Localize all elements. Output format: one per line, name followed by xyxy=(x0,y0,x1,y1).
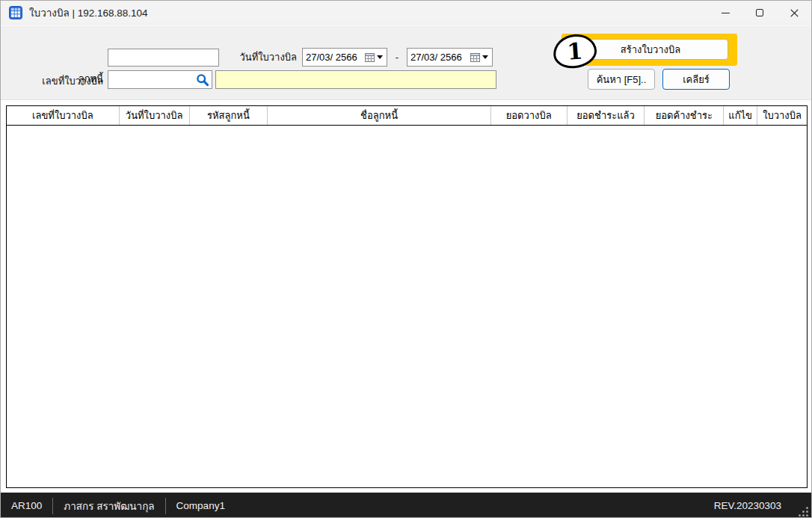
search-button[interactable]: ค้นหา [F5].. xyxy=(588,69,655,90)
table-header-row: เลขที่ใบวางบิลวันที่ใบวางบิลรหัสลูกหนี้ช… xyxy=(7,106,807,126)
app-grid-icon xyxy=(9,6,22,19)
statusbar-module: AR100 xyxy=(1,500,52,511)
column-header-9[interactable]: ใบวางบิล xyxy=(757,106,807,125)
statusbar: AR100 ภาสกร สราพัฒนากุล Company1 REV.202… xyxy=(1,493,811,518)
minimize-button[interactable] xyxy=(708,1,742,25)
maximize-icon xyxy=(756,9,763,16)
clear-button[interactable]: เคลียร์ xyxy=(662,69,730,90)
column-header-4[interactable]: ชื่อลูกหนี้ xyxy=(268,106,490,125)
statusbar-company: Company1 xyxy=(166,500,236,511)
date-to-dropdown[interactable] xyxy=(470,53,492,62)
titlebar: ใบวางบิล | 192.168.88.104 xyxy=(1,1,811,25)
column-header-8[interactable]: แก้ไข xyxy=(724,106,757,125)
date-range-separator: - xyxy=(392,49,402,67)
debtor-label: ลูกหนี้ xyxy=(1,70,103,88)
maximize-button[interactable] xyxy=(742,1,777,25)
search-icon xyxy=(196,73,209,87)
resize-grip[interactable] xyxy=(798,506,808,517)
app-window: ใบวางบิล | 192.168.88.104 เลขที่ใบวางบิล… xyxy=(0,0,812,518)
bill-date-label: วันที่ใบวางบิล xyxy=(188,49,297,67)
date-from-value: 27/03/ 2566 xyxy=(303,52,365,63)
debtor-search-button[interactable] xyxy=(194,72,211,87)
filter-panel: เลขที่ใบวางบิล วันที่ใบวางบิล 27/03/ 256… xyxy=(1,25,811,100)
column-header-2[interactable]: วันที่ใบวางบิล xyxy=(120,106,190,125)
window-title: ใบวางบิล | 192.168.88.104 xyxy=(29,4,148,21)
date-to-picker[interactable]: 27/03/ 2566 xyxy=(407,48,493,67)
column-header-1[interactable]: เลขที่ใบวางบิล xyxy=(7,106,120,125)
column-header-3[interactable]: รหัสลูกหนี้ xyxy=(190,106,268,125)
chevron-down-icon xyxy=(482,55,488,59)
calendar-icon xyxy=(470,53,480,62)
statusbar-user: ภาสกร สราพัฒนากุล xyxy=(53,498,164,514)
column-header-5[interactable]: ยอดวางบิล xyxy=(491,106,568,125)
date-from-picker[interactable]: 27/03/ 2566 xyxy=(302,48,387,67)
column-header-7[interactable]: ยอดค้างชำระ xyxy=(645,106,724,125)
close-button[interactable] xyxy=(777,1,811,25)
debtor-name-field[interactable] xyxy=(215,70,496,89)
date-to-value: 27/03/ 2566 xyxy=(407,52,470,63)
minimize-icon xyxy=(722,13,730,13)
close-icon xyxy=(790,9,799,17)
bills-table: เลขที่ใบวางบิลวันที่ใบวางบิลรหัสลูกหนี้ช… xyxy=(6,105,808,488)
column-header-6[interactable]: ยอดชำระแล้ว xyxy=(568,106,645,125)
date-from-dropdown[interactable] xyxy=(365,53,387,62)
calendar-icon xyxy=(365,53,375,62)
window-controls xyxy=(708,1,811,25)
table-body xyxy=(7,126,807,487)
chevron-down-icon xyxy=(377,55,383,59)
statusbar-revision: REV.20230303 xyxy=(704,500,811,511)
